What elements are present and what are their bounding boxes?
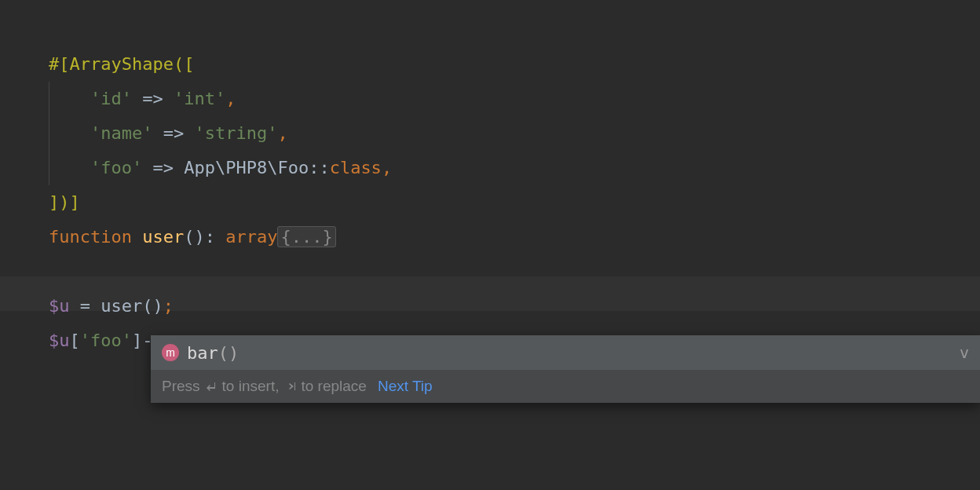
array-key: 'name' (90, 123, 152, 143)
code-line-3[interactable]: 'name' => 'string', (49, 116, 980, 151)
hint-text-press: Press (162, 378, 200, 395)
return-type: array (225, 227, 277, 247)
method-name: bar() (187, 343, 239, 363)
next-tip-link[interactable]: Next Tip (378, 378, 433, 395)
bracket-open: [ (70, 331, 80, 350)
code-line-4[interactable]: 'foo' => App\PHP8\Foo::class, (49, 151, 980, 185)
hint-text-insert: to insert, (222, 378, 280, 395)
comma: , (382, 158, 392, 177)
code-line-6[interactable]: function user(): array{...} (49, 220, 980, 254)
enter-key-icon (203, 378, 219, 394)
comma: , (225, 89, 236, 108)
class-keyword: class (330, 158, 382, 177)
comma: , (277, 123, 287, 143)
paren-bracket: ([ (174, 54, 195, 74)
code-line-1[interactable]: #[ArrayShape([ (49, 47, 980, 82)
indent (49, 158, 90, 177)
return-type: v (960, 343, 969, 362)
attribute-close: ])] (49, 192, 80, 212)
folded-body[interactable]: {...} (277, 226, 335, 247)
code-line-8[interactable]: $u = user(); (49, 289, 980, 324)
indent (49, 123, 90, 143)
semicolon: ; (163, 296, 174, 316)
array-key: 'foo' (80, 331, 132, 350)
arrow: => (142, 158, 184, 177)
namespace: App\PHP8\Foo:: (184, 158, 329, 177)
assign: = (70, 296, 101, 316)
code-editor[interactable]: #[ArrayShape([ 'id' => 'int', 'name' => … (0, 0, 980, 358)
function-name: user (142, 227, 184, 247)
function-call: user() (101, 296, 163, 316)
method-icon: m (162, 344, 179, 361)
variable: $u (49, 331, 70, 350)
attribute-name: ArrayShape (70, 54, 174, 74)
autocomplete-popup: m bar() v Press to insert, to replace Ne… (151, 335, 980, 403)
tab-key-icon (282, 378, 298, 394)
function-keyword: function (49, 227, 142, 247)
autocomplete-item[interactable]: m bar() v (151, 335, 980, 370)
array-value: 'int' (174, 89, 225, 108)
arrow: => (132, 89, 174, 108)
indent (49, 89, 90, 108)
array-value: 'string' (194, 123, 277, 143)
code-line-7-empty[interactable] (49, 254, 980, 289)
variable: $u (49, 296, 70, 316)
attribute-open: #[ (49, 54, 70, 74)
params: (): (184, 227, 225, 247)
array-key: 'id' (90, 89, 132, 108)
autocomplete-hint-bar: Press to insert, to replace Next Tip (151, 370, 980, 403)
arrow: => (152, 123, 194, 143)
code-line-2[interactable]: 'id' => 'int', (49, 82, 980, 116)
array-key: 'foo' (90, 158, 142, 177)
code-line-5[interactable]: ])] (49, 185, 980, 220)
hint-text-replace: to replace (301, 378, 366, 395)
